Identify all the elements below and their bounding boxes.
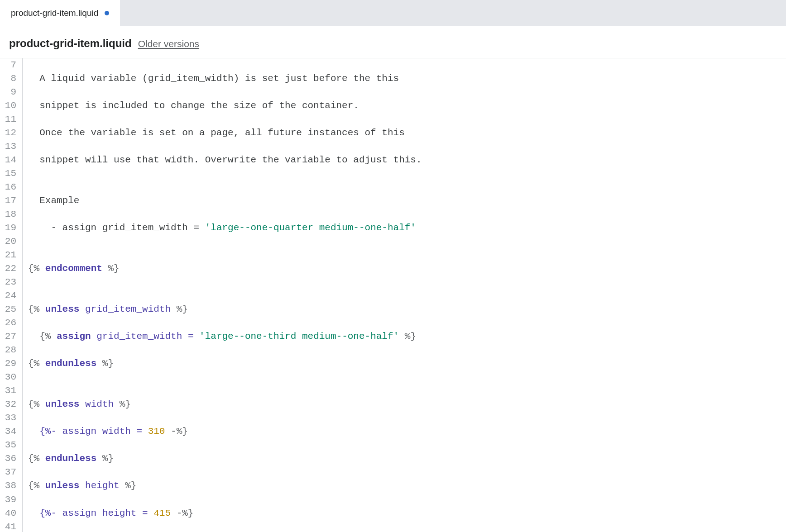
tab-label: product-grid-item.liquid	[11, 8, 98, 18]
line-number: 40	[0, 507, 17, 520]
line-number-gutter: 7891011121314151617181920212223242526272…	[0, 58, 23, 532]
code-line: {% endunless %}	[28, 452, 581, 466]
modified-dot-icon	[105, 11, 109, 15]
tab-file[interactable]: product-grid-item.liquid	[0, 0, 120, 26]
line-number: 11	[0, 113, 17, 126]
line-number: 15	[0, 167, 17, 180]
code-line: snippet is included to change the size o…	[28, 99, 581, 113]
line-number: 36	[0, 452, 17, 466]
line-number: 38	[0, 479, 17, 493]
line-number: 7	[0, 58, 17, 72]
line-number: 12	[0, 126, 17, 140]
code-line: Example	[28, 194, 581, 208]
file-header: product-grid-item.liquid Older versions	[0, 26, 786, 58]
code-line: {%- assign width = 310 -%}	[28, 425, 581, 438]
page-title: product-grid-item.liquid	[9, 37, 132, 50]
line-number: 29	[0, 357, 17, 370]
line-number: 8	[0, 72, 17, 86]
line-number: 35	[0, 438, 17, 452]
line-number: 23	[0, 276, 17, 289]
line-number: 10	[0, 99, 17, 113]
code-editor[interactable]: 7891011121314151617181920212223242526272…	[0, 58, 786, 532]
line-number: 28	[0, 343, 17, 357]
line-number: 25	[0, 303, 17, 316]
line-number: 33	[0, 411, 17, 425]
line-number: 32	[0, 398, 17, 411]
line-number: 17	[0, 194, 17, 208]
line-number: 41	[0, 520, 17, 532]
code-line: Once the variable is set on a page, all …	[28, 126, 581, 140]
code-line: A liquid variable (grid_item_width) is s…	[28, 72, 581, 86]
code-content[interactable]: A liquid variable (grid_item_width) is s…	[23, 58, 581, 532]
code-line: {%- assign height = 415 -%}	[28, 507, 581, 520]
code-line: {% unless grid_item_width %}	[28, 303, 581, 316]
line-number: 27	[0, 330, 17, 343]
code-line: {% unless height %}	[28, 479, 581, 493]
line-number: 24	[0, 289, 17, 303]
line-number: 18	[0, 208, 17, 221]
line-number: 22	[0, 262, 17, 276]
line-number: 9	[0, 86, 17, 99]
tab-bar: product-grid-item.liquid	[0, 0, 786, 26]
line-number: 13	[0, 140, 17, 153]
line-number: 34	[0, 425, 17, 438]
line-number: 26	[0, 316, 17, 330]
line-number: 14	[0, 153, 17, 167]
line-number: 21	[0, 248, 17, 262]
code-line: {% endcomment %}	[28, 262, 581, 276]
line-number: 30	[0, 370, 17, 384]
line-number: 31	[0, 384, 17, 398]
line-number: 16	[0, 180, 17, 194]
code-line: {% unless width %}	[28, 398, 581, 411]
line-number: 19	[0, 221, 17, 235]
older-versions-link[interactable]: Older versions	[138, 38, 199, 49]
line-number: 39	[0, 493, 17, 507]
line-number: 37	[0, 466, 17, 479]
code-line: - assign grid_item_width = 'large--one-q…	[28, 221, 581, 235]
code-line: snippet will use that width. Overwrite t…	[28, 153, 581, 167]
code-line: {% endunless %}	[28, 357, 581, 370]
code-line: {% assign grid_item_width = 'large--one-…	[28, 330, 581, 343]
line-number: 20	[0, 235, 17, 248]
